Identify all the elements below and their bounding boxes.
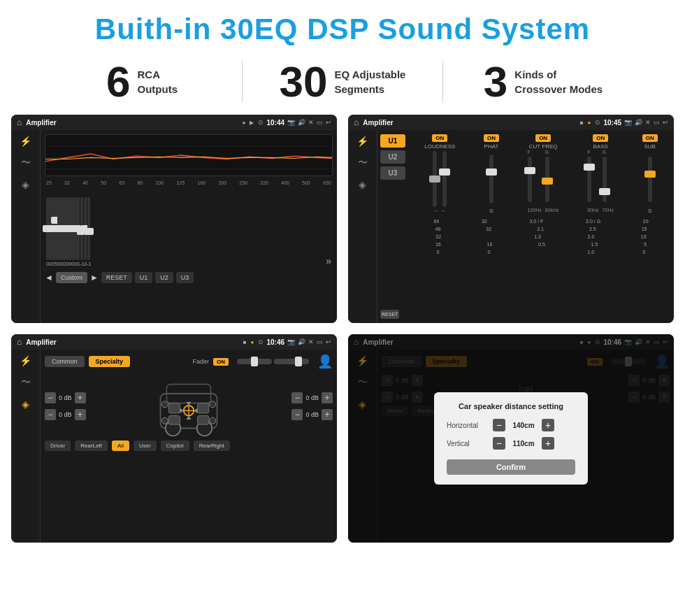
loudness-slider-l[interactable] <box>433 151 437 207</box>
custom-btn[interactable]: Custom <box>56 272 87 283</box>
sidebar-eq3-icon[interactable]: ⚡ <box>20 355 31 366</box>
person-icon: 👤 <box>317 354 333 369</box>
fader-slider-1[interactable] <box>237 359 272 364</box>
all-btn[interactable]: All <box>112 440 129 451</box>
ctrl-bass: ON BASS F90Hz G70Hz <box>587 134 614 213</box>
db-val-rr: 0 dB <box>305 411 319 418</box>
vertical-plus[interactable]: + <box>542 437 554 450</box>
fader-main: Common Specialty Fader ON 👤 − <box>41 350 337 543</box>
horizontal-minus[interactable]: − <box>493 419 505 431</box>
dialog-horizontal-row: Horizontal − 140cm + <box>447 419 575 431</box>
u3-preset[interactable]: U3 <box>380 166 405 180</box>
expand-icon[interactable]: » <box>326 255 331 266</box>
home-icon[interactable]: ⌂ <box>17 117 22 127</box>
stat-crossover-text2: Crossover Modes <box>514 82 603 96</box>
cutfreq-f[interactable] <box>528 157 532 202</box>
screen2-title: Amplifier <box>363 119 575 127</box>
status-icons-1: ⊙ 10:44 📷 🔊 ✕ ▭ ↩ <box>258 119 331 127</box>
db-minus-rl[interactable]: − <box>45 409 56 420</box>
fader-slider-2[interactable] <box>274 359 309 364</box>
db-minus-rr[interactable]: − <box>291 409 303 420</box>
horizontal-value: 140cm <box>510 422 538 429</box>
fader-on[interactable]: ON <box>213 358 229 366</box>
rearleft-btn[interactable]: RearLeft <box>75 440 108 451</box>
eq-bottom-bar: ◄ Custom ► RESET U1 U2 U3 <box>45 272 333 283</box>
svg-point-21 <box>210 417 216 424</box>
page-title: Buith-in 30EQ DSP Sound System <box>14 13 671 46</box>
cutfreq-on[interactable]: ON <box>535 134 551 142</box>
fader-label: Fader <box>192 358 209 365</box>
dialog-box: Car speaker distance setting Horizontal … <box>434 392 588 485</box>
sidebar-eq-icon[interactable]: ⚡ <box>20 136 31 147</box>
rearright-btn[interactable]: RearRight <box>194 440 230 451</box>
crossover-main: ON LOUDNESS ~ ~ ON PH <box>408 130 674 323</box>
specialty-tab[interactable]: Specialty <box>89 356 131 367</box>
phat-label: PHAT <box>484 143 499 150</box>
bass-sliders: F90Hz G70Hz <box>587 151 614 207</box>
u2-btn-1[interactable]: U2 <box>155 272 173 283</box>
screen-fader: ⌂ Amplifier ■ ● ⊙ 10:46 📷 🔊 ✕ ▭ ↩ ⚡ 〜 ◈ <box>11 334 337 543</box>
volume-icon-1: 🔊 <box>298 119 305 126</box>
phat-slider-v[interactable] <box>489 155 493 203</box>
bass-g[interactable] <box>603 157 607 202</box>
db-plus-fr[interactable]: + <box>322 392 333 403</box>
copilot-btn[interactable]: Copilot <box>161 440 189 451</box>
common-tab[interactable]: Common <box>45 356 85 367</box>
fader-bottom-btns: Driver RearLeft All User Copilot RearRig… <box>45 440 333 451</box>
ctrl-sub: ON SUB G <box>642 134 658 213</box>
crossover-controls: ON LOUDNESS ~ ~ ON PH <box>412 134 670 213</box>
reset-btn-1[interactable]: RESET <box>101 272 132 283</box>
stat-crossover-text1: Kinds of <box>514 67 603 82</box>
sidebar-speaker2-icon[interactable]: ◈ <box>359 179 366 190</box>
driver-btn[interactable]: Driver <box>45 440 71 451</box>
bass-f[interactable] <box>587 157 591 202</box>
sidebar-wave-icon[interactable]: 〜 <box>21 157 31 169</box>
vertical-minus[interactable]: − <box>493 437 505 450</box>
phat-slider <box>489 151 493 207</box>
bass-on[interactable]: ON <box>593 134 608 142</box>
horizontal-plus[interactable]: + <box>542 419 554 431</box>
confirm-button[interactable]: Confirm <box>447 459 575 475</box>
db-minus-fr[interactable]: − <box>291 392 303 403</box>
sidebar-speaker3-icon[interactable]: ◈ <box>22 399 29 410</box>
window-icon-2: ▭ <box>654 119 660 126</box>
sidebar-speaker-icon[interactable]: ◈ <box>22 179 29 190</box>
eq-sliders: 0 0 0 5 0 0 0 0 0 0 0 0 -1 0 -1 » <box>45 189 333 266</box>
screen-eq: ⌂ Amplifier ● ▶ ⊙ 10:44 📷 🔊 ✕ ▭ ↩ ⚡ 〜 ◈ <box>11 115 337 323</box>
stat-eq: 30 EQ Adjustable Segments <box>243 60 442 103</box>
u1-preset[interactable]: U1 <box>380 134 405 148</box>
sidebar-wave2-icon[interactable]: 〜 <box>358 157 368 169</box>
user-btn[interactable]: User <box>134 440 157 451</box>
db-plus-rl[interactable]: + <box>75 409 86 420</box>
fader-car-area: − 0 dB + − 0 dB + <box>45 375 333 438</box>
db-plus-fl[interactable]: + <box>75 392 86 403</box>
u2-preset[interactable]: U2 <box>380 150 405 164</box>
cutfreq-g[interactable] <box>545 157 549 202</box>
sidebar-eq2-icon[interactable]: ⚡ <box>356 136 368 147</box>
ctrl-phat: ON PHAT G <box>484 134 499 213</box>
stat-eq-text1: EQ Adjustable <box>335 67 406 82</box>
svg-rect-9 <box>168 416 180 425</box>
phat-on[interactable]: ON <box>484 134 499 142</box>
status-bar-2: ⌂ Amplifier ■ ● ⊙ 10:45 📷 🔊 ✕ ▭ ↩ <box>348 115 674 130</box>
reset-crossover[interactable]: RESET <box>380 310 399 319</box>
dot-icon-2: ■ <box>580 120 584 126</box>
home-icon-3[interactable]: ⌂ <box>17 337 22 347</box>
home-icon-2[interactable]: ⌂ <box>354 117 359 127</box>
freq-labels: 253240506380100125160200250320400500630 <box>45 179 333 187</box>
next-arrow[interactable]: ► <box>90 273 99 282</box>
u1-btn-1[interactable]: U1 <box>135 272 153 283</box>
loudness-on[interactable]: ON <box>432 134 447 142</box>
sidebar-wave3-icon[interactable]: 〜 <box>21 376 31 389</box>
u3-btn-1[interactable]: U3 <box>176 272 194 283</box>
close-icon-1: ✕ <box>308 119 314 126</box>
sub-on[interactable]: ON <box>642 134 658 142</box>
prev-arrow[interactable]: ◄ <box>45 273 53 282</box>
stat-rca-text1: RCA <box>137 67 178 82</box>
db-plus-rr[interactable]: + <box>322 409 333 420</box>
status-bar-3: ⌂ Amplifier ■ ● ⊙ 10:46 📷 🔊 ✕ ▭ ↩ <box>11 334 337 350</box>
db-minus-fl[interactable]: − <box>45 392 56 403</box>
header: Buith-in 30EQ DSP Sound System 6 RCA Out… <box>0 0 685 115</box>
loudness-slider-r[interactable] <box>442 151 447 207</box>
sub-slider[interactable] <box>648 157 652 202</box>
